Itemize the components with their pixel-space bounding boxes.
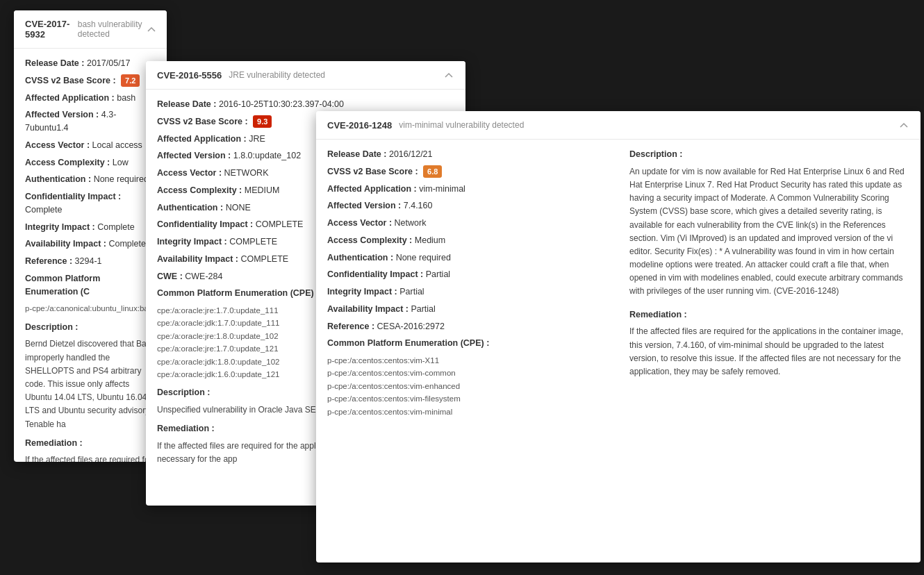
vim-desc-text: An update for vim is now available for R… [629,165,909,299]
vim-auth: Authentication : None required [327,251,607,265]
bash-access-complexity: Access Complexity : Low [25,156,156,169]
bash-access-vector: Access Vector : Local access [25,139,156,152]
card-bash-body: Release Date : 2017/05/17 CVSS v2 Base S… [14,49,167,462]
jre-collapse-button[interactable] [443,69,454,81]
vim-access-complexity: Access Complexity : Medium [327,234,607,247]
vim-collapse-button[interactable] [898,119,909,131]
bash-affected-app: Affected Application : bash [25,92,156,105]
jre-cve-id: CVE-2016-5556 [157,70,222,81]
vim-access-vector: Access Vector : Network [327,217,607,230]
bash-collapse-button[interactable] [147,24,156,35]
vim-cpe-label: Common Platform Enumeration (CPE) : [327,337,607,350]
bash-desc-label: Description : [25,321,156,334]
bash-auth: Authentication : None required [25,173,156,186]
vim-right-col: Description : An update for vim is now a… [629,148,909,418]
bash-remediation-text: If the affected files are required for t… [25,453,156,462]
jre-score-badge: 9.3 [253,115,272,128]
vim-score-badge: 6.8 [423,165,442,178]
card-bash-header-left: CVE-2017-5932 bash vulnerability detecte… [25,19,147,40]
bash-cve-id: CVE-2017-5932 [25,19,71,40]
card-jre-header-left: CVE-2016-5556 JRE vulnerability detected [157,70,325,81]
bash-cve-desc: bash vulnerability detected [78,19,147,39]
vim-ref: Reference : CESA-2016:2972 [327,320,607,333]
vim-cvss-score: CVSS v2 Base Score : 6.8 [327,165,607,178]
card-vim-header-left: CVE-2016-1248 vim-minimal vulnerability … [327,120,524,131]
bash-cpe-list: p-cpe:/a:canonical:ubuntu_linux:bas [25,302,156,315]
bash-desc-text: Bernd Dietzel discovered that Bash impro… [25,338,156,431]
bash-avail-impact: Availability Impact : Complete [25,238,156,251]
vim-affected-ver: Affected Version : 7.4.160 [327,199,607,212]
vim-affected-app: Affected Application : vim-minimal [327,183,607,196]
bash-cpe-label: Common Platform Enumeration (C [25,272,156,299]
vim-cpe-list: p-cpe:/a:centos:centos:vim-X11 p-cpe:/a:… [327,354,607,418]
card-vim-body: Release Date : 2016/12/21 CVSS v2 Base S… [316,140,921,426]
vim-int-impact: Integrity Impact : Partial [327,285,607,299]
bash-cvss-score: CVSS v2 Base Score : 7.2 [25,74,156,88]
card-bash-header: CVE-2017-5932 bash vulnerability detecte… [14,10,167,49]
card-bash: CVE-2017-5932 bash vulnerability detecte… [14,10,167,462]
vim-cve-desc: vim-minimal vulnerability detected [399,120,524,130]
bash-conf-impact: Confidentiality Impact : Complete [25,190,156,217]
card-vim-header: CVE-2016-1248 vim-minimal vulnerability … [316,111,921,140]
bash-release-date: Release Date : 2017/05/17 [25,57,156,70]
bash-remediation-label: Remediation : [25,437,156,450]
bash-int-impact: Integrity Impact : Complete [25,221,156,234]
vim-avail-impact: Availability Impact : Partial [327,303,607,316]
bash-score-badge: 7.2 [121,74,140,88]
bash-ref: Reference : 3294-1 [25,255,156,268]
vim-remediation-text: If the affected files are required for t… [629,325,909,378]
vim-cve-id: CVE-2016-1248 [327,120,392,131]
jre-cve-desc: JRE vulnerability detected [229,70,325,80]
vim-conf-impact: Confidentiality Impact : Partial [327,268,607,281]
card-jre-header: CVE-2016-5556 JRE vulnerability detected [146,61,465,90]
vim-release-date: Release Date : 2016/12/21 [327,148,607,161]
bash-affected-ver: Affected Version : 4.3-7ubuntu1.4 [25,108,156,135]
vim-desc-label: Description : [629,148,909,161]
vim-left-col: Release Date : 2016/12/21 CVSS v2 Base S… [327,148,607,418]
card-vim: CVE-2016-1248 vim-minimal vulnerability … [316,111,921,562]
vim-remediation-label: Remediation : [629,308,909,322]
jre-release-date: Release Date : 2016-10-25T10:30:23.397-0… [157,98,454,111]
